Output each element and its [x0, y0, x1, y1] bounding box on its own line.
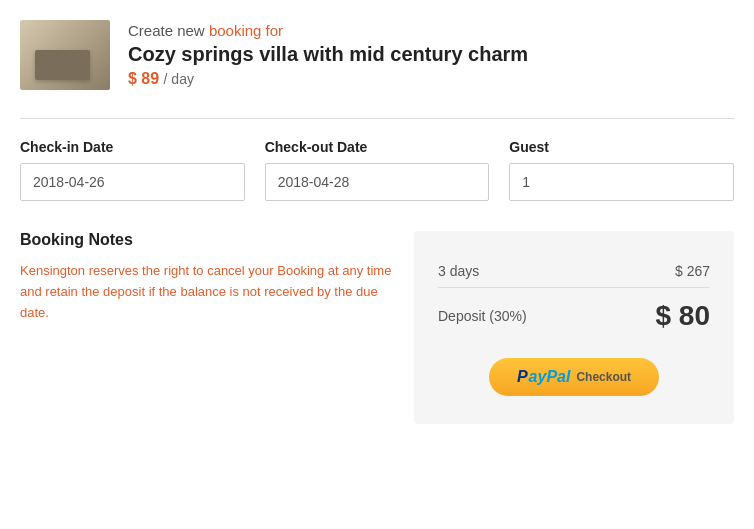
days-value: $ 267: [675, 263, 710, 279]
guest-input[interactable]: [509, 163, 734, 201]
section-divider: [20, 118, 734, 119]
paypal-p-blue: P: [517, 368, 528, 386]
deposit-label: Deposit (30%): [438, 308, 527, 324]
booking-notes-section: Booking Notes Kensington reserves the ri…: [20, 231, 394, 323]
paypal-p-cyan: ayPal: [529, 368, 571, 386]
header-text: Create new booking for Cozy springs vill…: [128, 20, 528, 88]
bottom-section: Booking Notes Kensington reserves the ri…: [20, 231, 734, 424]
create-label: Create new booking for: [128, 22, 528, 39]
days-label: 3 days: [438, 263, 479, 279]
header-section: Create new booking for Cozy springs vill…: [20, 20, 734, 90]
paypal-button-wrap: PayPal Checkout: [438, 358, 710, 396]
checkin-field-group: Check-in Date: [20, 139, 245, 201]
checkin-input[interactable]: [20, 163, 245, 201]
price-line: $ 89 / day: [128, 70, 528, 88]
booking-for-highlight: booking for: [209, 22, 283, 39]
paypal-logo: PayPal: [517, 368, 570, 386]
deposit-value: $ 80: [656, 300, 711, 332]
booking-notes-text: Kensington reserves the right to cancel …: [20, 261, 394, 323]
checkout-input[interactable]: [265, 163, 490, 201]
paypal-checkout-button[interactable]: PayPal Checkout: [489, 358, 659, 396]
deposit-row: Deposit (30%) $ 80: [438, 292, 710, 340]
guest-label: Guest: [509, 139, 734, 155]
guest-field-group: Guest: [509, 139, 734, 201]
property-image: [20, 20, 110, 90]
property-title: Cozy springs villa with mid century char…: [128, 43, 528, 66]
booking-form: Check-in Date Check-out Date Guest: [20, 139, 734, 201]
pricing-box: 3 days $ 267 Deposit (30%) $ 80 PayPal C…: [414, 231, 734, 424]
booking-notes-title: Booking Notes: [20, 231, 394, 249]
paypal-checkout-text: Checkout: [576, 370, 631, 384]
checkout-label: Check-out Date: [265, 139, 490, 155]
checkout-field-group: Check-out Date: [265, 139, 490, 201]
days-row: 3 days $ 267: [438, 255, 710, 288]
price-amount: $ 89: [128, 70, 159, 87]
checkin-label: Check-in Date: [20, 139, 245, 155]
price-unit: / day: [164, 71, 194, 87]
